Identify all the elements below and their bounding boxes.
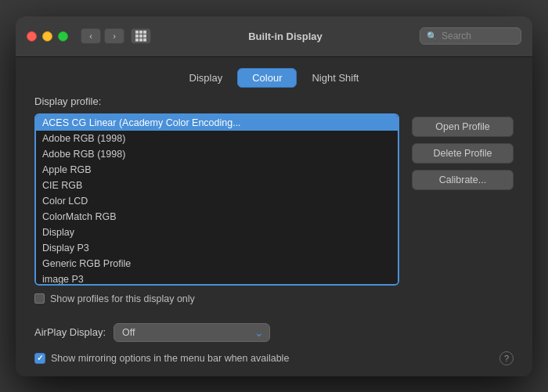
airplay-select[interactable]: Off On (114, 323, 270, 342)
airplay-row: AirPlay Display: Off On ⌄ (34, 323, 514, 342)
forward-button[interactable]: › (104, 28, 124, 44)
help-button[interactable]: ? (499, 351, 514, 365)
search-box[interactable]: 🔍 (420, 27, 521, 45)
open-profile-button[interactable]: Open Profile (412, 117, 514, 137)
airplay-select-wrap: Off On ⌄ (114, 323, 270, 342)
list-item[interactable]: Color LCD (36, 193, 398, 209)
show-profiles-label: Show profiles for this display only (50, 293, 195, 304)
list-item[interactable]: Generic RGB Profile (36, 256, 398, 272)
section-label: Display profile: (34, 95, 514, 107)
profile-buttons: Open Profile Delete Profile Calibrate... (412, 113, 514, 286)
list-item[interactable]: image P3 (36, 272, 398, 286)
back-button[interactable]: ‹ (81, 28, 101, 44)
calibrate-button[interactable]: Calibrate... (412, 170, 514, 190)
delete-profile-button[interactable]: Delete Profile (412, 143, 514, 164)
show-profiles-checkbox[interactable] (34, 293, 45, 304)
preferences-window: ‹ › Built-in Display 🔍 Display Colour Ni… (16, 16, 532, 376)
list-item[interactable]: ACES CG Linear (Academy Color Encoding..… (36, 115, 398, 131)
profiles-row: ACES CG Linear (Academy Color Encoding..… (34, 113, 514, 286)
tab-night-shift[interactable]: Night Shift (297, 68, 373, 88)
tab-colour[interactable]: Colour (237, 68, 297, 88)
grid-button[interactable] (131, 28, 151, 44)
window-title: Built-in Display (151, 31, 420, 42)
mirroring-label: Show mirroring options in the menu bar w… (51, 353, 289, 364)
tabs-row: Display Colour Night Shift (16, 57, 532, 95)
nav-buttons: ‹ › (81, 28, 124, 44)
minimize-button[interactable] (42, 31, 52, 41)
mirroring-checkbox[interactable] (34, 353, 45, 364)
list-item[interactable]: CIE RGB (36, 178, 398, 193)
profile-list[interactable]: ACES CG Linear (Academy Color Encoding..… (34, 113, 399, 286)
show-profiles-row: Show profiles for this display only (34, 293, 514, 304)
airplay-label: AirPlay Display: (34, 326, 106, 338)
maximize-button[interactable] (58, 31, 68, 41)
grid-icon (135, 31, 146, 41)
list-item[interactable]: Display P3 (36, 240, 398, 256)
search-icon: 🔍 (427, 31, 438, 41)
mirroring-row: Show mirroring options in the menu bar w… (34, 351, 514, 365)
content-area: Display profile: ACES CG Linear (Academy… (16, 95, 532, 376)
list-item[interactable]: Apple RGB (36, 162, 398, 178)
list-item[interactable]: ColorMatch RGB (36, 209, 398, 225)
traffic-lights (27, 31, 68, 41)
tab-display[interactable]: Display (175, 68, 238, 88)
list-item[interactable]: Adobe RGB (1998) (36, 131, 398, 146)
titlebar: ‹ › Built-in Display 🔍 (16, 16, 532, 57)
list-item[interactable]: Adobe RGB (1998) (36, 146, 398, 162)
close-button[interactable] (27, 31, 37, 41)
search-input[interactable] (442, 31, 514, 41)
list-item[interactable]: Display (36, 225, 398, 240)
